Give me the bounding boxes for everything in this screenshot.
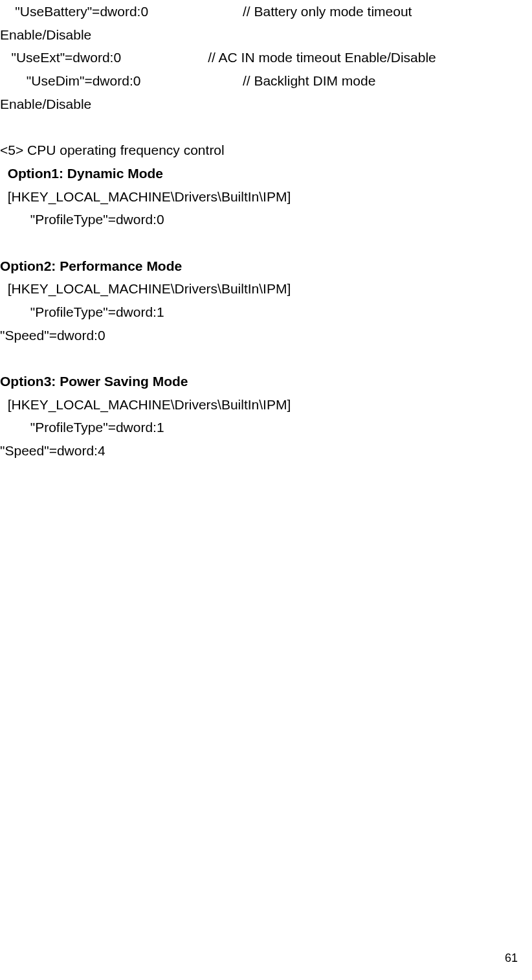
document-page: "UseBattery"=dword:0 // Battery only mod…	[0, 0, 532, 980]
section-heading-5: <5> CPU operating frequency control	[0, 139, 532, 162]
option1-heading: Option1: Dynamic Mode	[0, 162, 532, 185]
text-line: [HKEY_LOCAL_MACHINE\Drivers\BuiltIn\IPM]	[0, 393, 532, 416]
option3-heading: Option3: Power Saving Mode	[0, 370, 532, 393]
page-number: 61	[505, 948, 518, 968]
text-line: "ProfileType"=dword:1	[0, 416, 532, 439]
option2-heading: Option2: Performance Mode	[0, 255, 532, 278]
document-content: "UseBattery"=dword:0 // Battery only mod…	[0, 0, 532, 462]
text-line: "UseDim"=dword:0 // Backlight DIM mode	[0, 69, 532, 93]
blank-line	[0, 347, 532, 370]
text-line: "Speed"=dword:4	[0, 439, 532, 462]
text-line: [HKEY_LOCAL_MACHINE\Drivers\BuiltIn\IPM]	[0, 185, 532, 209]
text-line: Enable/Disable	[0, 93, 532, 116]
section-number: 5	[8, 142, 16, 157]
text-line: "ProfileType"=dword:1	[0, 301, 532, 324]
text-line: "ProfileType"=dword:0	[0, 208, 532, 231]
text-line: "Speed"=dword:0	[0, 324, 532, 347]
text-line: "UseExt"=dword:0 // AC IN mode timeout E…	[0, 46, 532, 69]
text-line: Enable/Disable	[0, 23, 532, 47]
section-heading-text: > CPU operating frequency control	[16, 142, 225, 157]
text-line: [HKEY_LOCAL_MACHINE\Drivers\BuiltIn\IPM]	[0, 277, 532, 301]
angle-bracket-open: <	[0, 142, 8, 157]
text-line: "UseBattery"=dword:0 // Battery only mod…	[0, 0, 532, 23]
blank-line	[0, 115, 532, 139]
blank-line	[0, 231, 532, 255]
